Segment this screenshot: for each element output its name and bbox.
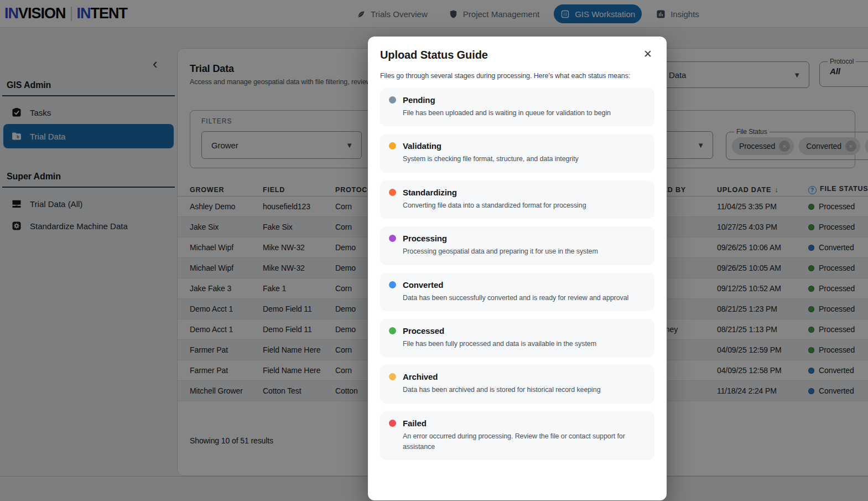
modal-title: Upload Status Guide [380, 49, 654, 61]
status-card-header: Processed [389, 326, 646, 335]
status-guide-list: PendingFile has been uploaded and is wai… [380, 88, 654, 460]
status-description: Data has been successfully converted and… [403, 293, 646, 303]
status-color-dot [389, 235, 396, 242]
status-card-header: Converted [389, 280, 646, 290]
status-card-processing: ProcessingProcessing geospatial data and… [380, 226, 654, 265]
status-name: Processing [403, 234, 447, 243]
status-color-dot [389, 281, 396, 288]
status-name: Standardizing [403, 188, 457, 197]
status-card-processed: ProcessedFile has been fully processed a… [380, 319, 654, 357]
status-card-archived: ArchivedData has been archived and is st… [380, 365, 654, 403]
status-card-header: Failed [389, 419, 646, 428]
status-color-dot [389, 189, 396, 196]
status-color-dot [389, 327, 396, 334]
status-card-header: Pending [389, 95, 646, 105]
status-card-validating: ValidatingSystem is checking file format… [380, 134, 654, 172]
status-name: Validating [403, 141, 441, 151]
status-card-standardizing: StandardizingConverting file data into a… [380, 180, 654, 219]
status-description: Processing geospatial data and preparing… [403, 246, 646, 257]
close-icon[interactable]: ✕ [643, 48, 652, 60]
status-name: Failed [403, 419, 427, 428]
upload-status-modal: Upload Status Guide ✕ Files go through s… [368, 37, 667, 500]
status-card-header: Validating [389, 141, 646, 151]
status-card-pending: PendingFile has been uploaded and is wai… [380, 88, 654, 126]
status-card-converted: ConvertedData has been successfully conv… [380, 273, 654, 311]
status-description: System is checking file format, structur… [403, 154, 646, 164]
status-description: Data has been archived and is stored for… [403, 385, 646, 395]
status-card-failed: FailedAn error occurred during processin… [380, 411, 654, 461]
status-color-dot [389, 373, 396, 380]
status-name: Converted [403, 280, 443, 290]
status-name: Processed [403, 326, 444, 335]
status-description: File has been uploaded and is waiting in… [403, 108, 646, 118]
status-name: Pending [403, 95, 435, 105]
status-color-dot [389, 96, 396, 104]
status-card-header: Processing [389, 234, 646, 243]
status-color-dot [389, 142, 396, 149]
status-description: Converting file data into a standardized… [403, 200, 646, 211]
status-color-dot [389, 420, 396, 427]
status-card-header: Archived [389, 372, 646, 381]
status-description: File has been fully processed and data i… [403, 339, 646, 349]
modal-description: Files go through several stages during p… [380, 72, 654, 80]
status-description: An error occurred during processing. Rev… [403, 431, 646, 453]
status-name: Archived [403, 372, 438, 381]
status-card-header: Standardizing [389, 188, 646, 197]
